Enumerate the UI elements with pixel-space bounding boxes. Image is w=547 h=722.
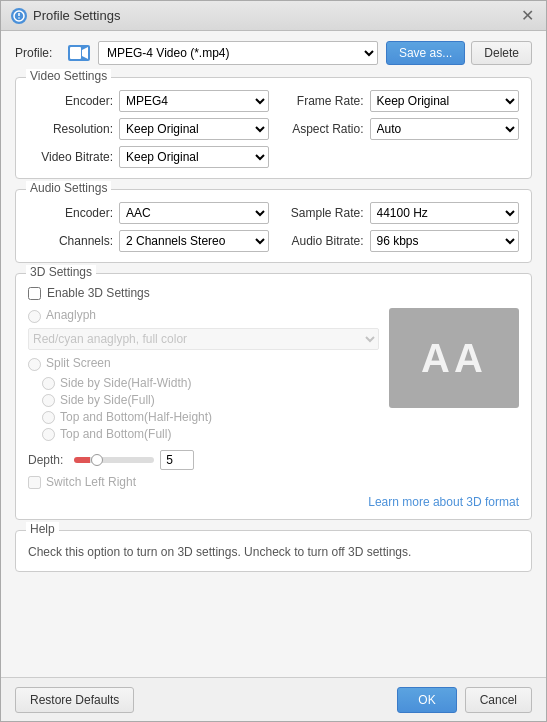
anaglyph-radio[interactable]: [28, 310, 41, 323]
video-settings-section: Video Settings Encoder: MPEG4 Frame Rate…: [15, 77, 532, 179]
enable-3d-row: Enable 3D Settings: [28, 286, 519, 300]
side-by-side-half-label: Side by Side(Half-Width): [60, 376, 191, 390]
help-text: Check this option to turn on 3D settings…: [28, 543, 519, 561]
switch-left-right-label: Switch Left Right: [46, 475, 136, 489]
aspect-ratio-field: Aspect Ratio: Auto: [279, 118, 520, 140]
framerate-label: Frame Rate:: [279, 94, 364, 108]
audio-bitrate-field: Audio Bitrate: 96 kbps: [279, 230, 520, 252]
video-bitrate-label: Video Bitrate:: [28, 150, 113, 164]
video-settings-title: Video Settings: [26, 69, 111, 83]
threed-preview: AA: [389, 308, 519, 408]
threed-options: Anaglyph Red/cyan anaglyph, full color S…: [28, 308, 379, 444]
depth-number-input[interactable]: [160, 450, 194, 470]
content-area: Profile: MPEG-4 Video (*.mp4) AVI MKV Sa…: [1, 31, 546, 677]
switch-left-right-checkbox[interactable]: [28, 476, 41, 489]
sample-rate-label: Sample Rate:: [279, 206, 364, 220]
channels-select[interactable]: 2 Channels Stereo: [119, 230, 269, 252]
encoder-label: Encoder:: [28, 94, 113, 108]
enable-3d-checkbox[interactable]: [28, 287, 41, 300]
aspect-ratio-select[interactable]: Auto: [370, 118, 520, 140]
audio-settings-grid: Encoder: AAC Sample Rate: 44100 Hz Chann…: [28, 202, 519, 252]
framerate-select[interactable]: Keep Original: [370, 90, 520, 112]
top-bottom-half-radio[interactable]: [42, 411, 55, 424]
profile-buttons: Save as... Delete: [386, 41, 532, 65]
audio-bitrate-label: Audio Bitrate:: [279, 234, 364, 248]
window-title: Profile Settings: [33, 8, 120, 23]
resolution-field: Resolution: Keep Original: [28, 118, 269, 140]
title-icon: [11, 8, 27, 24]
audio-encoder-field: Encoder: AAC: [28, 202, 269, 224]
learn-more-link[interactable]: Learn more about 3D format: [28, 495, 519, 509]
top-bottom-full-radio[interactable]: [42, 428, 55, 441]
restore-defaults-button[interactable]: Restore Defaults: [15, 687, 134, 713]
sample-rate-field: Sample Rate: 44100 Hz: [279, 202, 520, 224]
depth-slider[interactable]: [74, 457, 154, 463]
audio-settings-section: Audio Settings Encoder: AAC Sample Rate:…: [15, 189, 532, 263]
delete-button[interactable]: Delete: [471, 41, 532, 65]
svg-point-2: [18, 17, 20, 19]
top-bottom-full-row: Top and Bottom(Full): [28, 427, 379, 441]
profile-row: Profile: MPEG-4 Video (*.mp4) AVI MKV Sa…: [15, 41, 532, 65]
anaglyph-label: Anaglyph: [46, 308, 96, 322]
encoder-select[interactable]: MPEG4: [119, 90, 269, 112]
footer-right-buttons: OK Cancel: [397, 687, 532, 713]
profile-settings-window: Profile Settings ✕ Profile: MPEG-4 Video…: [0, 0, 547, 722]
svg-rect-3: [70, 47, 81, 59]
footer: Restore Defaults OK Cancel: [1, 677, 546, 721]
split-screen-radio[interactable]: [28, 358, 41, 371]
threed-body: Anaglyph Red/cyan anaglyph, full color S…: [28, 308, 519, 444]
help-title: Help: [26, 522, 59, 536]
anaglyph-radio-row: Anaglyph: [28, 308, 379, 325]
top-bottom-full-label: Top and Bottom(Full): [60, 427, 171, 441]
ok-button[interactable]: OK: [397, 687, 456, 713]
video-bitrate-select[interactable]: Keep Original: [119, 146, 269, 168]
video-bitrate-field: Video Bitrate: Keep Original: [28, 146, 269, 168]
side-by-side-full-row: Side by Side(Full): [28, 393, 379, 407]
preview-text: AA: [421, 336, 487, 381]
enable-3d-label[interactable]: Enable 3D Settings: [47, 286, 150, 300]
audio-encoder-label: Encoder:: [28, 206, 113, 220]
audio-settings-title: Audio Settings: [26, 181, 111, 195]
sample-rate-select[interactable]: 44100 Hz: [370, 202, 520, 224]
audio-encoder-select[interactable]: AAC: [119, 202, 269, 224]
split-screen-radio-row: Split Screen: [28, 356, 379, 373]
framerate-field: Frame Rate: Keep Original: [279, 90, 520, 112]
title-bar: Profile Settings ✕: [1, 1, 546, 31]
threed-settings-title: 3D Settings: [26, 265, 96, 279]
aspect-ratio-label: Aspect Ratio:: [279, 122, 364, 136]
threed-settings-section: 3D Settings Enable 3D Settings Anaglyph …: [15, 273, 532, 520]
profile-select[interactable]: MPEG-4 Video (*.mp4) AVI MKV: [98, 41, 378, 65]
video-format-icon: [68, 45, 90, 61]
anaglyph-select[interactable]: Red/cyan anaglyph, full color: [28, 328, 379, 350]
resolution-select[interactable]: Keep Original: [119, 118, 269, 140]
svg-marker-4: [82, 47, 88, 59]
title-bar-left: Profile Settings: [11, 8, 120, 24]
side-by-side-full-radio[interactable]: [42, 394, 55, 407]
video-settings-grid: Encoder: MPEG4 Frame Rate: Keep Original…: [28, 90, 519, 168]
channels-field: Channels: 2 Channels Stereo: [28, 230, 269, 252]
encoder-field: Encoder: MPEG4: [28, 90, 269, 112]
top-bottom-half-row: Top and Bottom(Half-Height): [28, 410, 379, 424]
switch-left-right-row: Switch Left Right: [28, 475, 519, 489]
save-as-button[interactable]: Save as...: [386, 41, 465, 65]
side-by-side-half-radio[interactable]: [42, 377, 55, 390]
close-button[interactable]: ✕: [518, 7, 536, 25]
depth-label: Depth:: [28, 453, 68, 467]
cancel-button[interactable]: Cancel: [465, 687, 532, 713]
audio-bitrate-select[interactable]: 96 kbps: [370, 230, 520, 252]
top-bottom-half-label: Top and Bottom(Half-Height): [60, 410, 212, 424]
profile-label: Profile:: [15, 46, 60, 60]
side-by-side-full-label: Side by Side(Full): [60, 393, 155, 407]
split-screen-label: Split Screen: [46, 356, 111, 370]
help-section: Help Check this option to turn on 3D set…: [15, 530, 532, 572]
side-by-side-half-row: Side by Side(Half-Width): [28, 376, 379, 390]
depth-row: Depth:: [28, 450, 519, 470]
channels-label: Channels:: [28, 234, 113, 248]
resolution-label: Resolution:: [28, 122, 113, 136]
